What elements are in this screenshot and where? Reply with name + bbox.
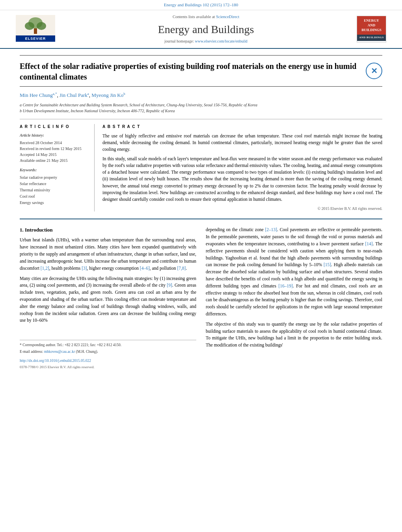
received-date: Received 28 October 2014 xyxy=(20,140,89,146)
svg-point-3 xyxy=(37,22,46,30)
author-3-sup: b xyxy=(123,92,125,96)
logo-right-top: ENERGY AND BUILDINGS xyxy=(357,16,386,35)
intro-paragraph-2: Many cities are decreasing the UHIs usin… xyxy=(20,275,196,324)
affiliation-a: a Centre for Sustainable Architecture an… xyxy=(20,102,382,108)
copyright-line: © 2015 Elsevier B.V. All rights reserved… xyxy=(102,206,382,211)
abstract-heading: A B S T R A C T xyxy=(102,124,382,130)
svg-point-2 xyxy=(25,22,34,30)
article-title-section: Effect of the solar radiative properties… xyxy=(20,55,382,87)
contents-line: Contents lists available at ScienceDirec… xyxy=(63,14,349,20)
keywords-label: Keywords: xyxy=(20,167,89,173)
abstract-panel: A B S T R A C T The use of highly reflec… xyxy=(102,124,382,212)
journal-logo-right: ENERGY AND BUILDINGS AND BUILDINGS xyxy=(357,16,386,43)
title-text-block: Effect of the solar radiative properties… xyxy=(20,61,366,82)
revised-date: Received in revised form 12 May 2015 xyxy=(20,146,89,152)
homepage-link[interactable]: www.elsevier.com/locate/enbuild xyxy=(195,39,248,43)
the-text: the xyxy=(238,241,244,246)
footnote-area: * Corresponding author. Tel.: +82 2 823 … xyxy=(20,340,196,369)
author-2-name: Jin Chul Park xyxy=(60,93,87,98)
page-content: Effect of the solar radiative properties… xyxy=(0,49,402,377)
right-paragraph-1: depending on the climatic zone [2–13]. C… xyxy=(206,226,382,318)
logo-right-bottom: AND BUILDINGS xyxy=(357,35,386,41)
article-info-abstract: A R T I C L E I N F O Article history: R… xyxy=(20,119,382,212)
available-date: Available online 21 May 2015 xyxy=(20,158,89,163)
journal-citation: Energy and Buildings 102 (2015) 172–180 xyxy=(164,2,238,7)
keyword-1: Solar radiative property xyxy=(20,174,89,181)
abstract-paragraph-1: The use of highly reflective and emissiv… xyxy=(102,133,382,153)
section-divider xyxy=(20,219,382,219)
col-left: 1. Introduction Urban heat islands (UHIs… xyxy=(20,226,196,369)
elsevier-logo: ELSEVIER xyxy=(16,15,55,44)
affiliation-b: b Urban Development Institute, Incheon N… xyxy=(20,108,382,113)
footnote-email: E-mail address: mhkoveu@cau.ac.kr (M.H. … xyxy=(20,349,196,354)
health-text: health xyxy=(52,266,63,271)
abstract-paragraph-2: In this study, small scale models of eac… xyxy=(102,156,382,203)
doi-link[interactable]: http://dx.doi.org/10.1016/j.enbuild.2015… xyxy=(20,359,91,363)
intro-section-heading: 1. Introduction xyxy=(20,226,196,234)
article-info-panel: A R T I C L E I N F O Article history: R… xyxy=(20,124,95,212)
journal-header: ELSEVIER Contents lists available at Sci… xyxy=(0,10,402,49)
svg-text:ELSEVIER: ELSEVIER xyxy=(25,37,46,41)
keyword-3: Thermal emissivity xyxy=(20,187,89,193)
article-title: Effect of the solar radiative properties… xyxy=(20,61,359,82)
keyword-5: Energy savings xyxy=(20,200,89,206)
top-citation-bar: Energy and Buildings 102 (2015) 172–180 xyxy=(0,0,402,10)
keyword-2: Solar reflectance xyxy=(20,181,89,187)
email-link[interactable]: mhkoveu@cau.ac.kr xyxy=(44,350,75,354)
main-content: 1. Introduction Urban heat islands (UHIs… xyxy=(20,226,382,369)
keyword-4: Cool roof xyxy=(20,193,89,200)
journal-title-center: Contents lists available at ScienceDirec… xyxy=(55,14,357,44)
author-1-sup: a,* xyxy=(53,92,57,96)
authors-line: Min Hee Chunga,*, Jin Chul Parka, Myeong… xyxy=(20,91,382,99)
journal-main-title: Energy and Buildings xyxy=(63,22,349,37)
col-right: depending on the climatic zone [2–13]. C… xyxy=(206,226,382,369)
homepage-line: journal homepage: www.elsevier.com/locat… xyxy=(63,39,349,44)
article-info-heading: A R T I C L E I N F O xyxy=(20,124,89,130)
accepted-date: Accepted 14 May 2015 xyxy=(20,152,89,158)
right-paragraph-2: The objective of this study was to quant… xyxy=(206,321,382,349)
issn-line: 0378-7788/© 2015 Elsevier B.V. All right… xyxy=(20,365,196,370)
history-label: Article history: xyxy=(20,133,89,138)
doi-line: http://dx.doi.org/10.1016/j.enbuild.2015… xyxy=(20,357,196,364)
elsevier-logo-svg: ELSEVIER xyxy=(16,15,55,42)
author-3-name: Myeong Jin Ko xyxy=(91,93,123,98)
author-1-name: Min Hee Chung xyxy=(20,93,53,98)
footnote-corresponding: * Corresponding author. Tel.: +82 2 823 … xyxy=(20,343,196,348)
author-2-sup: a xyxy=(87,92,89,96)
intro-paragraph-1: Urban heat islands (UHIs), with a warmer… xyxy=(20,237,196,272)
crossmark-icon[interactable]: ✕ xyxy=(366,63,382,79)
sciencedirect-link[interactable]: ScienceDirect xyxy=(216,15,239,19)
svg-rect-4 xyxy=(34,28,37,34)
